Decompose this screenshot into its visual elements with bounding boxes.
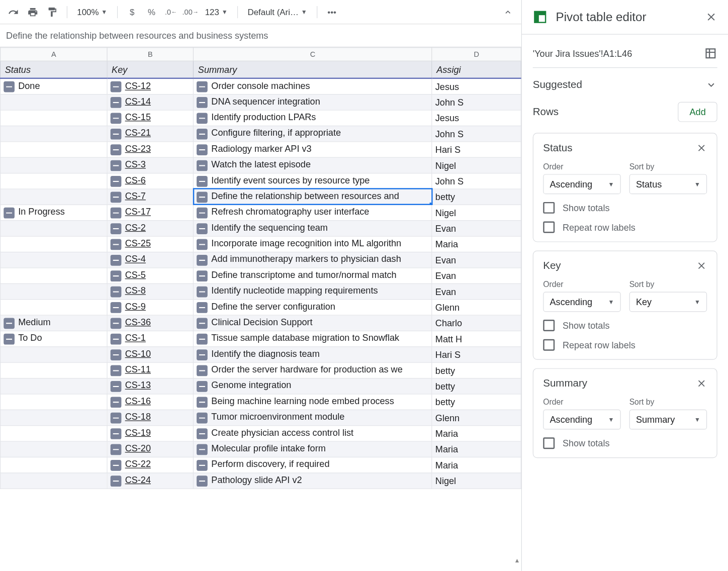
status-cell[interactable]	[1, 410, 107, 425]
increase-decimal-button[interactable]: .00→	[182, 4, 199, 21]
summary-cell[interactable]: Identify production LPARs	[194, 110, 432, 125]
assignee-cell[interactable]: Glenn	[432, 299, 521, 315]
key-link[interactable]: CS-16	[125, 396, 151, 407]
summary-cell[interactable]: Define transcriptome and tumor/normal ma…	[194, 267, 432, 283]
key-cell[interactable]: CS-8	[107, 283, 194, 299]
collapse-icon[interactable]	[197, 333, 208, 344]
assignee-cell[interactable]: Jesus	[432, 78, 521, 94]
collapse-icon[interactable]	[111, 302, 122, 313]
key-cell[interactable]: CS-10	[107, 346, 194, 362]
order-select[interactable]: Ascending▼	[543, 410, 620, 430]
summary-cell[interactable]: Perform discovery, if required	[194, 457, 432, 472]
add-row-field-button[interactable]: Add	[678, 102, 717, 122]
collapse-icon[interactable]	[111, 349, 122, 360]
number-format-dropdown[interactable]: 123▼	[201, 7, 231, 17]
status-cell[interactable]	[1, 299, 107, 315]
assignee-cell[interactable]: John S	[432, 173, 521, 188]
summary-cell[interactable]: Tumor microenvironment module	[194, 410, 432, 425]
summary-cell[interactable]: Clinical Decision Support	[194, 315, 432, 330]
formula-bar[interactable]: Define the relationship between resource…	[0, 24, 521, 47]
collapse-icon[interactable]	[197, 302, 208, 313]
summary-cell[interactable]: Incorporate image recognition into ML al…	[194, 236, 432, 252]
collapse-icon[interactable]	[4, 81, 15, 92]
show-totals-checkbox[interactable]	[543, 320, 555, 331]
collapse-icon[interactable]	[111, 365, 122, 376]
collapse-icon[interactable]	[197, 349, 208, 360]
status-cell[interactable]	[1, 110, 107, 125]
collapse-toolbar-button[interactable]	[499, 4, 516, 21]
assignee-cell[interactable]: Nigel	[432, 472, 521, 488]
collapse-icon[interactable]	[111, 333, 122, 344]
summary-cell[interactable]: Genome integration	[194, 378, 432, 394]
key-cell[interactable]: CS-6	[107, 173, 194, 188]
summary-cell[interactable]: Define the relationship between resource…	[194, 188, 432, 204]
assignee-cell[interactable]: John S	[432, 126, 521, 141]
summary-cell[interactable]: Add immunotherapy markers to physician d…	[194, 252, 432, 267]
key-cell[interactable]: CS-14	[107, 94, 194, 110]
summary-cell[interactable]: Radiology marker API v3	[194, 141, 432, 157]
key-link[interactable]: CS-25	[125, 238, 151, 249]
key-link[interactable]: CS-5	[125, 269, 146, 280]
pivot-header-key[interactable]: Key	[107, 61, 194, 78]
pivot-header-summary[interactable]: Summary	[194, 61, 432, 78]
collapse-icon[interactable]	[111, 160, 122, 171]
assignee-cell[interactable]: betty	[432, 378, 521, 394]
collapse-icon[interactable]	[4, 318, 15, 329]
key-link[interactable]: CS-17	[125, 207, 151, 217]
key-link[interactable]: CS-24	[125, 474, 151, 485]
status-cell[interactable]	[1, 441, 107, 456]
status-cell[interactable]	[1, 252, 107, 267]
key-link[interactable]: CS-21	[125, 128, 151, 138]
summary-cell[interactable]: Order the server hardware for production…	[194, 362, 432, 378]
key-cell[interactable]: CS-22	[107, 457, 194, 472]
collapse-icon[interactable]	[111, 144, 122, 155]
key-cell[interactable]: CS-20	[107, 441, 194, 456]
key-link[interactable]: CS-3	[125, 159, 146, 170]
summary-cell[interactable]: Identify event sources by resource type	[194, 173, 432, 188]
key-cell[interactable]: CS-25	[107, 236, 194, 252]
collapse-icon[interactable]	[197, 318, 208, 329]
status-cell[interactable]: To Do	[1, 331, 107, 346]
collapse-icon[interactable]	[197, 223, 208, 234]
key-link[interactable]: CS-6	[125, 175, 146, 185]
collapse-icon[interactable]	[197, 81, 208, 92]
key-cell[interactable]: CS-21	[107, 126, 194, 141]
remove-chip-button[interactable]	[696, 260, 707, 271]
key-link[interactable]: CS-19	[125, 427, 151, 438]
column-header-a[interactable]: A	[1, 48, 107, 61]
assignee-cell[interactable]: Nigel	[432, 157, 521, 173]
summary-cell[interactable]: Pathology slide API v2	[194, 472, 432, 488]
summary-cell[interactable]: Molecular profile intake form	[194, 441, 432, 456]
summary-cell[interactable]: Configure filtering, if appropriate	[194, 126, 432, 141]
status-cell[interactable]	[1, 378, 107, 394]
collapse-icon[interactable]	[4, 333, 15, 344]
collapse-icon[interactable]	[111, 459, 122, 470]
suggested-expand-button[interactable]	[705, 79, 717, 91]
status-cell[interactable]	[1, 457, 107, 472]
assignee-cell[interactable]: Hari S	[432, 346, 521, 362]
summary-cell[interactable]: Identify the sequencing team	[194, 220, 432, 236]
assignee-cell[interactable]: Evan	[432, 252, 521, 267]
assignee-cell[interactable]: Hari S	[432, 141, 521, 157]
status-cell[interactable]: In Progress	[1, 205, 107, 220]
collapse-icon[interactable]	[197, 239, 208, 250]
sortby-select[interactable]: Summary▼	[629, 410, 707, 430]
status-cell[interactable]	[1, 394, 107, 409]
assignee-cell[interactable]: Jesus	[432, 110, 521, 125]
assignee-cell[interactable]: Matt H	[432, 331, 521, 346]
assignee-cell[interactable]: Maria	[432, 425, 521, 441]
status-cell[interactable]	[1, 188, 107, 204]
collapse-icon[interactable]	[197, 160, 208, 171]
collapse-icon[interactable]	[197, 207, 208, 218]
collapse-icon[interactable]	[197, 380, 208, 392]
collapse-icon[interactable]	[111, 318, 122, 329]
key-cell[interactable]: CS-23	[107, 141, 194, 157]
status-cell[interactable]	[1, 173, 107, 188]
redo-button[interactable]	[5, 4, 22, 21]
assignee-cell[interactable]: Maria	[432, 236, 521, 252]
column-header-b[interactable]: B	[107, 48, 194, 61]
collapse-icon[interactable]	[4, 207, 15, 218]
status-cell[interactable]	[1, 346, 107, 362]
collapse-icon[interactable]	[197, 475, 208, 487]
collapse-icon[interactable]	[111, 428, 122, 439]
